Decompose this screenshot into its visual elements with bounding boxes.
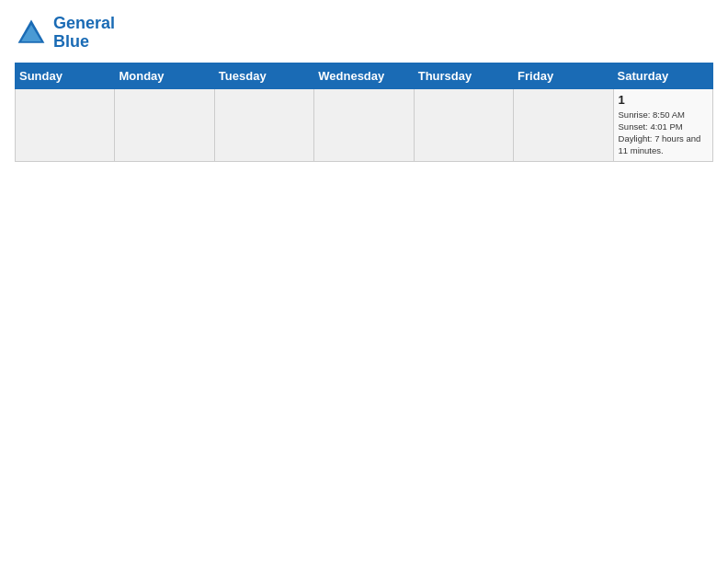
weekday-header: Sunday: [16, 63, 115, 88]
calendar-cell: [115, 88, 214, 161]
day-info: Sunrise: 8:50 AMSunset: 4:01 PMDaylight:…: [619, 109, 708, 157]
weekday-header-row: SundayMondayTuesdayWednesdayThursdayFrid…: [16, 63, 713, 88]
calendar-cell: [514, 88, 613, 161]
logo-text: General Blue: [53, 15, 115, 52]
weekday-header: Monday: [115, 63, 214, 88]
logo-icon: [15, 17, 48, 50]
calendar-table: SundayMondayTuesdayWednesdayThursdayFrid…: [15, 63, 713, 162]
calendar-cell: 1Sunrise: 8:50 AMSunset: 4:01 PMDaylight…: [613, 88, 712, 161]
weekday-header: Wednesday: [314, 63, 414, 88]
weekday-header: Thursday: [414, 63, 513, 88]
calendar-cell: [314, 88, 414, 161]
weekday-header: Friday: [514, 63, 613, 88]
calendar-cell: [214, 88, 313, 161]
calendar-week-row: 1Sunrise: 8:50 AMSunset: 4:01 PMDaylight…: [16, 88, 713, 161]
weekday-header: Tuesday: [214, 63, 313, 88]
weekday-header: Saturday: [613, 63, 712, 88]
calendar-cell: [16, 88, 115, 161]
calendar-cell: [414, 88, 513, 161]
page-header: General Blue: [15, 15, 713, 52]
day-number: 1: [619, 93, 708, 107]
logo: General Blue: [15, 15, 115, 52]
